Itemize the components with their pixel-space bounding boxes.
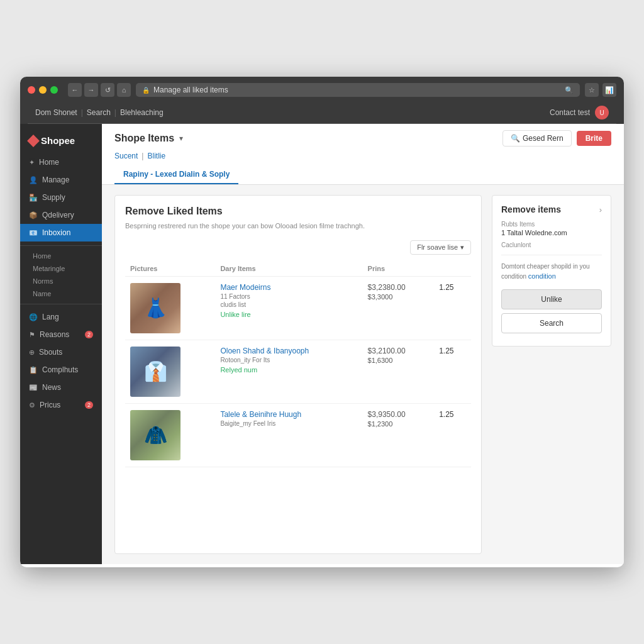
sidebar-item-complhuts-label: Complhuts [42,365,78,374]
item-price-original-3: $3,9350.00 [368,410,430,419]
sidebar-item-supply[interactable]: 🏪 Supply [20,189,102,206]
item-image-placeholder-3: 🧥 [130,410,180,460]
sidebar-subitem-metaringle[interactable]: Metaringle [20,262,102,275]
sidebar-divider-1 [20,245,102,246]
forward-button[interactable]: → [84,83,98,97]
item-image-1: 👗 [130,283,180,333]
panel-field1-value: 1 Taltal Woledne.com [501,229,602,236]
tab-rapiny[interactable]: Rapiny - Lexed Dialin & Soply [114,165,238,184]
page-title-row: Shope Items ▾ [114,133,183,144]
sidebar-item-pricus[interactable]: ⚙ Pricus 2 [20,396,102,414]
item-details-cell-3: Talele & Beinihre Huugh Baigite_my Feel … [215,403,362,467]
bookmark-button[interactable]: ☆ [585,83,599,97]
item-price-discounted-3: $1,2300 [368,420,430,428]
unlike-link-1[interactable]: Unlike lire [220,311,357,318]
sidebar-item-home[interactable]: ✦ Home [20,153,102,171]
toolbar-link-domshort[interactable]: Dom Shonet [35,108,77,117]
sidebar-item-reasons[interactable]: ⚑ Reasons 2 [20,326,102,343]
breadcrumb: Sucent | Blitlie [114,152,611,160]
close-traffic-light[interactable] [28,86,35,94]
section-description: Besprning restrered run the shope your c… [125,221,471,231]
item-detail2-1: cludis list [220,301,357,308]
brite-button[interactable]: Brite [577,131,611,146]
item-detail1-1: 11 Factors [220,293,357,300]
item-details-cell-1: Maer Modeirns 11 Factors cludis list Unl… [215,276,362,340]
item-details-cell-2: Oloen Shahd & Ibanyooph Rotoon_ity For I… [215,340,362,403]
search-icon-address: 🔍 [565,86,574,94]
qdelivery-icon: 📦 [29,211,38,219]
minimize-traffic-light[interactable] [39,86,47,94]
sidebar-logo-text: Shopee [41,135,75,146]
sidebar-item-manage-label: Manage [42,175,69,184]
sidebar-subitem-norms[interactable]: Norms [20,275,102,287]
sidebar-item-manage[interactable]: 👤 Manage [20,171,102,189]
toolbar-link-bleh[interactable]: Blehleaching [120,108,164,117]
item-image-placeholder-2: 👔 [130,347,180,397]
inboxion-icon: 📧 [29,229,38,237]
back-button[interactable]: ← [68,83,82,97]
items-table: Pictures Dary Items Prins [125,261,471,467]
user-label: Contact test [550,108,590,117]
right-panel: Remove items › Rubts Items 1 Taltal Wole… [492,195,611,554]
item-ratio-1: 1.25 [439,283,466,292]
complhuts-icon: 📋 [29,366,38,374]
item-ratio-cell-1: 1.25 [434,276,471,340]
sidebar-item-qdelivery[interactable]: 📦 Qdelivery [20,206,102,224]
reasons-icon: ⚑ [29,331,35,339]
sbouts-icon: ⊕ [29,348,35,357]
browser-titlebar: ← → ↺ ⌂ 🔒 Manage all liked items 🔍 ☆ 📊 D… [20,77,624,124]
item-name-1[interactable]: Maer Modeirns [220,283,357,292]
breadcrumb-part2[interactable]: Blitlie [147,152,165,160]
browser-controls: ← → ↺ ⌂ 🔒 Manage all liked items 🔍 ☆ 📊 [28,83,616,97]
pricus-badge: 2 [85,401,93,409]
item-image-placeholder-1: 👗 [130,283,180,333]
page-title-caret-icon: ▾ [179,134,183,143]
extensions-button[interactable]: 📊 [602,83,616,97]
panel-unlike-button[interactable]: Unlike [501,289,602,309]
sidebar-item-lang[interactable]: 🌐 Lang [20,308,102,326]
page-title: Shope Items [114,133,174,144]
breadcrumb-part1[interactable]: Sucent [114,152,138,160]
sidebar-item-supply-label: Supply [42,193,65,202]
sidebar-subitem-home[interactable]: Home [20,250,102,262]
col-pictures: Pictures [125,261,215,277]
sidebar-item-news[interactable]: 📰 News [20,379,102,396]
main-content: Shope Items ▾ 🔍 Gesed Rern Brite Sucent … [102,124,624,564]
browser-action-buttons: ☆ 📊 [585,83,616,97]
search-small-icon: 🔍 [511,134,520,143]
home-button[interactable]: ⌂ [117,83,131,97]
filter-select[interactable]: Flr soave lise ▾ [410,240,471,255]
page-tabs: Rapiny - Lexed Dialin & Soply [114,165,611,184]
address-bar[interactable]: 🔒 Manage all liked items 🔍 [136,83,580,97]
reasons-badge: 2 [85,331,93,338]
item-price-cell-2: $3,2100.00 $1,6300 [363,340,435,403]
panel-condition-link[interactable]: condition [528,272,556,280]
address-text: Manage all liked items [153,86,228,94]
item-detail1-2: Rotoon_ity For Its [220,357,357,364]
maximize-traffic-light[interactable] [50,86,58,94]
rated-name-2[interactable]: Relyed num [220,366,357,374]
reload-button[interactable]: ↺ [101,83,114,97]
sidebar-item-qdelivery-label: Qdelivery [42,211,74,219]
sidebar-item-lang-label: Lang [42,313,59,321]
user-avatar[interactable]: U [595,106,609,119]
section-title: Remove Liked Items [125,206,471,217]
panel-search-button[interactable]: Search [501,313,602,333]
lock-icon: 🔒 [142,87,150,94]
page-header: Shope Items ▾ 🔍 Gesed Rern Brite Sucent … [102,124,624,185]
supply-icon: 🏪 [29,194,38,202]
gesed-rern-button[interactable]: 🔍 Gesed Rern [502,130,572,147]
sidebar-subitem-name[interactable]: Name [20,287,102,300]
sidebar-item-inboxion[interactable]: 📧 Inboxion [20,224,102,242]
breadcrumb-separator: | [142,152,143,160]
sidebar-item-home-label: Home [39,158,59,167]
item-name-2[interactable]: Oloen Shahd & Ibanyooph [220,347,357,355]
table-row: 🧥 Talele & Beinihre Huugh Baigite_my Fee… [125,403,471,467]
panel-chevron-icon[interactable]: › [599,205,602,214]
sidebar-divider-2 [20,304,102,304]
news-icon: 📰 [29,384,38,392]
sidebar-item-complhuts[interactable]: 📋 Complhuts [20,361,102,379]
item-name-3[interactable]: Talele & Beinihre Huugh [220,410,357,419]
sidebar-item-sbouts[interactable]: ⊕ Sbouts [20,343,102,361]
toolbar-link-search[interactable]: Search [87,108,111,117]
